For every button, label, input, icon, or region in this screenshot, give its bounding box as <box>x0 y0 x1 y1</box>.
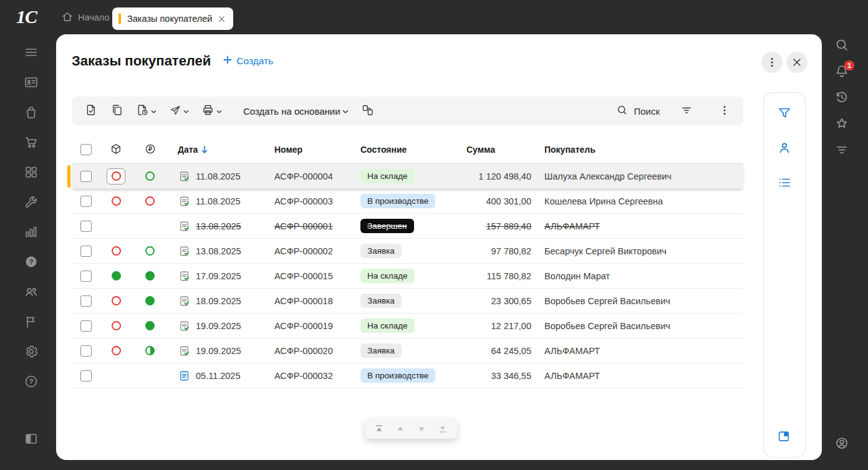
notification-badge: 1 <box>844 60 854 70</box>
document-clock-icon <box>136 103 149 118</box>
card-close-button[interactable] <box>786 52 808 73</box>
table-row[interactable]: 17.09.2025 АСФР-000015 На складе 115 780… <box>72 264 743 289</box>
posted-document-icon <box>179 271 190 282</box>
go-down-button[interactable] <box>411 420 432 438</box>
cell-date: 11.08.2025 <box>168 196 271 207</box>
global-search-icon[interactable] <box>834 37 849 52</box>
customer-column-header[interactable]: Покупатель <box>536 145 743 155</box>
table-row[interactable]: 18.09.2025 АСФР-000018 Заявка 23 300,65 … <box>72 289 743 314</box>
row-checkbox[interactable] <box>80 295 92 307</box>
payment-status-icon <box>145 246 155 256</box>
state-badge: В производстве <box>360 368 435 383</box>
payment-status-cell <box>141 168 160 185</box>
payment-status-icon <box>145 296 155 305</box>
subordination-structure-button[interactable] <box>355 100 380 122</box>
payment-column-header[interactable]: ₽ <box>132 143 168 157</box>
shipment-status-icon <box>112 321 121 330</box>
print-button[interactable] <box>196 100 228 122</box>
account-icon[interactable] <box>834 436 849 451</box>
cell-date: 05.11.2025 <box>168 370 271 381</box>
pagination <box>365 419 457 439</box>
post-with-date-button[interactable] <box>130 100 162 122</box>
sidebar-panel-toggle-icon[interactable] <box>24 431 39 446</box>
reports-chart-icon[interactable] <box>24 224 39 239</box>
cell-customer: АЛЬФАМАРТ <box>536 221 743 231</box>
search-button[interactable]: Поиск <box>616 104 660 118</box>
help-icon[interactable]: ? <box>24 374 39 389</box>
table-row[interactable]: 13.08.2025 АСФР-000002 Заявка 97 780,82 … <box>72 239 743 264</box>
row-checkbox[interactable] <box>80 370 92 381</box>
shipment-column-header[interactable] <box>100 143 132 157</box>
chevron-down-icon <box>216 107 222 116</box>
payment-status-cell <box>141 268 160 284</box>
row-checkbox[interactable] <box>80 345 92 357</box>
tools-wrench-icon[interactable] <box>24 194 39 209</box>
cell-number: АСФР-000019 <box>271 321 359 331</box>
row-checkbox[interactable] <box>80 221 92 232</box>
toolbar-more-button[interactable] <box>713 100 736 122</box>
modules-grid-icon[interactable] <box>24 165 39 180</box>
cell-number: АСФР-000002 <box>271 246 359 256</box>
sales-cart-icon[interactable] <box>24 135 39 150</box>
date-column-header[interactable]: Дата <box>168 145 271 155</box>
tab-customer-orders[interactable]: Заказы покупателей <box>112 7 233 30</box>
panel-layout-icon[interactable] <box>777 429 792 444</box>
funnel-filter-icon[interactable] <box>777 105 792 120</box>
assignee-person-icon[interactable] <box>777 140 792 155</box>
row-checkbox[interactable] <box>80 196 92 207</box>
functions-filter-lines-icon[interactable] <box>834 142 849 157</box>
select-all-checkbox[interactable] <box>80 144 92 155</box>
cell-date: 18.09.2025 <box>168 295 271 307</box>
go-up-button[interactable] <box>390 420 411 438</box>
cell-date: 17.09.2025 <box>168 271 271 282</box>
history-icon[interactable] <box>834 90 849 105</box>
contacts-card-icon[interactable] <box>24 75 39 90</box>
card-header: Заказы покупателей Создать <box>72 53 806 69</box>
posted-document-icon <box>179 345 190 357</box>
copy-button[interactable] <box>105 100 129 122</box>
payment-status-cell <box>141 318 160 334</box>
favorites-star-icon[interactable] <box>834 116 849 131</box>
cell-date-text: 05.11.2025 <box>196 371 241 381</box>
home-button[interactable]: Начало <box>61 0 110 35</box>
cell-sum: 12 217,00 <box>465 321 536 331</box>
users-icon[interactable] <box>24 284 39 299</box>
orders-card: Заказы покупателей Создать <box>56 34 822 460</box>
purchases-bag-icon[interactable] <box>24 105 39 120</box>
go-first-button[interactable] <box>369 420 390 438</box>
row-checkbox[interactable] <box>80 320 92 332</box>
table-header: ₽ Дата Номер Состояние Сумма Покупатель <box>72 136 743 164</box>
row-checkbox[interactable] <box>80 171 92 182</box>
selected-row-marker <box>67 165 70 188</box>
menu-icon[interactable] <box>24 45 39 60</box>
table-row[interactable]: 05.11.2025 АСФР-000032 В производстве 33… <box>72 363 743 388</box>
card-more-button[interactable] <box>761 52 783 73</box>
send-button[interactable] <box>163 100 195 122</box>
flag-icon[interactable] <box>24 314 39 329</box>
row-checkbox[interactable] <box>80 246 92 257</box>
table-row[interactable]: 13.08.2025 АСФР-000001 Завершен 157 889,… <box>72 214 743 239</box>
table-row[interactable]: 11.08.2025 АСФР-000003 В производстве 40… <box>72 189 743 214</box>
filled-question-icon[interactable]: ? <box>24 254 39 269</box>
filter-button[interactable] <box>675 100 698 122</box>
state-badge: Заявка <box>360 294 402 308</box>
create-based-on-button[interactable]: Создать на основании <box>238 100 354 122</box>
post-document-button[interactable] <box>79 100 104 122</box>
create-button[interactable]: Создать <box>223 55 273 67</box>
row-checkbox[interactable] <box>80 271 92 282</box>
cell-number: АСФР-000018 <box>271 296 359 306</box>
cell-number: АСФР-000001 <box>271 221 359 231</box>
table-row[interactable]: 19.09.2025 АСФР-000020 Заявка 64 245,05 … <box>72 338 743 363</box>
tab-close-icon[interactable] <box>218 16 225 22</box>
app-window: 1С Начало Заказы покупателей <box>0 0 868 470</box>
table-row[interactable]: 11.08.2025 АСФР-000004 На складе 1 120 4… <box>72 164 743 189</box>
settings-gear-icon[interactable] <box>24 344 39 359</box>
list-settings-icon[interactable] <box>777 175 792 190</box>
number-column-header[interactable]: Номер <box>271 145 359 155</box>
state-column-header[interactable]: Состояние <box>359 145 465 155</box>
sum-column-header[interactable]: Сумма <box>465 145 536 155</box>
table-row[interactable]: 19.09.2025 АСФР-000019 На складе 12 217,… <box>72 314 743 338</box>
go-last-button[interactable] <box>432 420 453 438</box>
notifications-bell-icon[interactable]: 1 <box>834 64 849 79</box>
state-badge: На складе <box>360 169 415 183</box>
